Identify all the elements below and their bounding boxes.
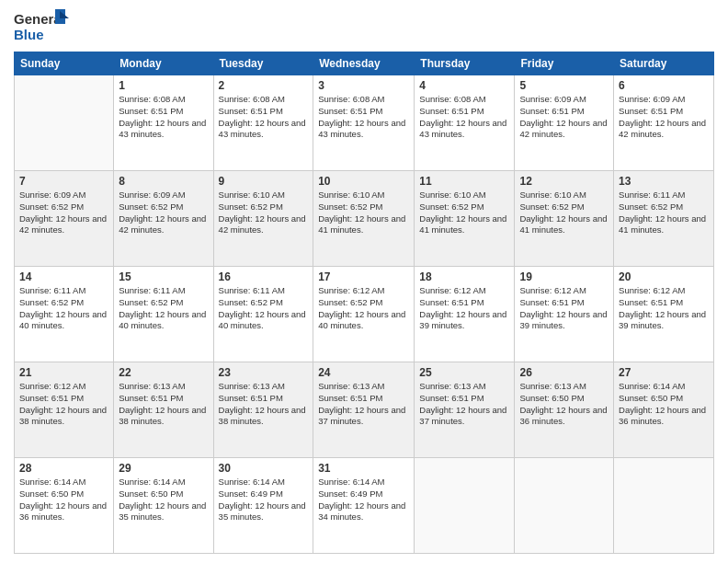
day-number: 19 bbox=[519, 270, 609, 283]
day-info: Sunrise: 6:10 AM Sunset: 6:52 PM Dayligh… bbox=[318, 190, 409, 236]
day-info: Sunrise: 6:09 AM Sunset: 6:52 PM Dayligh… bbox=[119, 190, 208, 236]
calendar-cell: 9Sunrise: 6:10 AM Sunset: 6:52 PM Daylig… bbox=[213, 171, 313, 267]
calendar-cell: 31Sunrise: 6:14 AM Sunset: 6:49 PM Dayli… bbox=[313, 458, 415, 554]
calendar-cell: 29Sunrise: 6:14 AM Sunset: 6:50 PM Dayli… bbox=[114, 458, 213, 554]
day-header-monday: Monday bbox=[114, 52, 213, 75]
day-number: 26 bbox=[519, 366, 609, 379]
calendar-cell: 18Sunrise: 6:12 AM Sunset: 6:51 PM Dayli… bbox=[415, 267, 515, 362]
calendar-cell: 19Sunrise: 6:12 AM Sunset: 6:51 PM Dayli… bbox=[515, 267, 614, 362]
day-info: Sunrise: 6:09 AM Sunset: 6:51 PM Dayligh… bbox=[519, 94, 609, 141]
day-info: Sunrise: 6:14 AM Sunset: 6:49 PM Dayligh… bbox=[219, 477, 309, 523]
day-number: 11 bbox=[419, 175, 509, 188]
calendar-cell bbox=[415, 458, 515, 554]
day-info: Sunrise: 6:13 AM Sunset: 6:50 PM Dayligh… bbox=[519, 381, 609, 428]
page: GeneralBlue SundayMondayTuesdayWednesday… bbox=[0, 0, 728, 563]
calendar-cell bbox=[515, 458, 614, 554]
day-info: Sunrise: 6:14 AM Sunset: 6:50 PM Dayligh… bbox=[19, 477, 108, 523]
day-header-sunday: Sunday bbox=[15, 52, 114, 75]
calendar-cell: 27Sunrise: 6:14 AM Sunset: 6:50 PM Dayli… bbox=[614, 362, 714, 458]
calendar-cell: 28Sunrise: 6:14 AM Sunset: 6:50 PM Dayli… bbox=[15, 458, 114, 554]
logo: GeneralBlue bbox=[14, 9, 69, 44]
calendar-cell bbox=[15, 75, 114, 171]
calendar: SundayMondayTuesdayWednesdayThursdayFrid… bbox=[14, 52, 714, 554]
day-info: Sunrise: 6:11 AM Sunset: 6:52 PM Dayligh… bbox=[119, 285, 208, 332]
day-number: 21 bbox=[19, 366, 108, 379]
calendar-cell: 15Sunrise: 6:11 AM Sunset: 6:52 PM Dayli… bbox=[114, 267, 213, 362]
day-number: 8 bbox=[119, 175, 208, 188]
day-info: Sunrise: 6:13 AM Sunset: 6:51 PM Dayligh… bbox=[119, 381, 208, 428]
day-number: 27 bbox=[619, 366, 709, 379]
day-info: Sunrise: 6:08 AM Sunset: 6:51 PM Dayligh… bbox=[119, 94, 208, 141]
day-number: 10 bbox=[318, 175, 409, 188]
day-info: Sunrise: 6:08 AM Sunset: 6:51 PM Dayligh… bbox=[419, 94, 509, 141]
day-number: 2 bbox=[219, 79, 309, 92]
week-row: 21Sunrise: 6:12 AM Sunset: 6:51 PM Dayli… bbox=[15, 362, 714, 458]
day-number: 7 bbox=[19, 175, 108, 188]
day-info: Sunrise: 6:10 AM Sunset: 6:52 PM Dayligh… bbox=[419, 190, 509, 236]
day-number: 24 bbox=[318, 366, 409, 379]
calendar-cell: 1Sunrise: 6:08 AM Sunset: 6:51 PM Daylig… bbox=[114, 75, 213, 171]
day-number: 23 bbox=[219, 366, 309, 379]
header-row: SundayMondayTuesdayWednesdayThursdayFrid… bbox=[15, 52, 714, 75]
day-header-tuesday: Tuesday bbox=[213, 52, 313, 75]
day-header-wednesday: Wednesday bbox=[313, 52, 415, 75]
day-number: 20 bbox=[619, 270, 709, 283]
day-info: Sunrise: 6:11 AM Sunset: 6:52 PM Dayligh… bbox=[19, 285, 108, 332]
calendar-cell: 5Sunrise: 6:09 AM Sunset: 6:51 PM Daylig… bbox=[515, 75, 614, 171]
day-number: 12 bbox=[519, 175, 609, 188]
day-info: Sunrise: 6:11 AM Sunset: 6:52 PM Dayligh… bbox=[219, 285, 309, 332]
day-info: Sunrise: 6:13 AM Sunset: 6:51 PM Dayligh… bbox=[419, 381, 509, 428]
day-info: Sunrise: 6:08 AM Sunset: 6:51 PM Dayligh… bbox=[318, 94, 409, 141]
week-row: 14Sunrise: 6:11 AM Sunset: 6:52 PM Dayli… bbox=[15, 267, 714, 362]
day-number: 1 bbox=[119, 79, 208, 92]
day-info: Sunrise: 6:09 AM Sunset: 6:51 PM Dayligh… bbox=[619, 94, 709, 141]
day-info: Sunrise: 6:12 AM Sunset: 6:51 PM Dayligh… bbox=[519, 285, 609, 332]
day-number: 6 bbox=[619, 79, 709, 92]
day-number: 28 bbox=[19, 462, 108, 475]
calendar-cell: 24Sunrise: 6:13 AM Sunset: 6:51 PM Dayli… bbox=[313, 362, 415, 458]
day-info: Sunrise: 6:14 AM Sunset: 6:50 PM Dayligh… bbox=[619, 381, 709, 428]
day-number: 4 bbox=[419, 79, 509, 92]
day-number: 22 bbox=[119, 366, 208, 379]
svg-text:Blue: Blue bbox=[14, 27, 44, 42]
day-number: 3 bbox=[318, 79, 409, 92]
calendar-cell: 12Sunrise: 6:10 AM Sunset: 6:52 PM Dayli… bbox=[515, 171, 614, 267]
day-header-saturday: Saturday bbox=[614, 52, 714, 75]
day-info: Sunrise: 6:12 AM Sunset: 6:51 PM Dayligh… bbox=[19, 381, 108, 428]
day-number: 18 bbox=[419, 270, 509, 283]
day-number: 13 bbox=[619, 175, 709, 188]
day-number: 14 bbox=[19, 270, 108, 283]
week-row: 1Sunrise: 6:08 AM Sunset: 6:51 PM Daylig… bbox=[15, 75, 714, 171]
day-info: Sunrise: 6:08 AM Sunset: 6:51 PM Dayligh… bbox=[219, 94, 309, 141]
day-info: Sunrise: 6:10 AM Sunset: 6:52 PM Dayligh… bbox=[219, 190, 309, 236]
day-number: 25 bbox=[419, 366, 509, 379]
day-number: 16 bbox=[219, 270, 309, 283]
day-info: Sunrise: 6:13 AM Sunset: 6:51 PM Dayligh… bbox=[219, 381, 309, 428]
calendar-cell: 16Sunrise: 6:11 AM Sunset: 6:52 PM Dayli… bbox=[213, 267, 313, 362]
day-info: Sunrise: 6:12 AM Sunset: 6:52 PM Dayligh… bbox=[318, 285, 409, 332]
day-info: Sunrise: 6:12 AM Sunset: 6:51 PM Dayligh… bbox=[619, 285, 709, 332]
day-header-friday: Friday bbox=[515, 52, 614, 75]
header: GeneralBlue bbox=[14, 9, 714, 44]
calendar-cell: 10Sunrise: 6:10 AM Sunset: 6:52 PM Dayli… bbox=[313, 171, 415, 267]
day-number: 31 bbox=[318, 462, 409, 475]
calendar-cell: 21Sunrise: 6:12 AM Sunset: 6:51 PM Dayli… bbox=[15, 362, 114, 458]
day-header-thursday: Thursday bbox=[415, 52, 515, 75]
day-number: 17 bbox=[318, 270, 409, 283]
calendar-cell: 4Sunrise: 6:08 AM Sunset: 6:51 PM Daylig… bbox=[415, 75, 515, 171]
calendar-cell: 7Sunrise: 6:09 AM Sunset: 6:52 PM Daylig… bbox=[15, 171, 114, 267]
calendar-cell: 2Sunrise: 6:08 AM Sunset: 6:51 PM Daylig… bbox=[213, 75, 313, 171]
day-info: Sunrise: 6:14 AM Sunset: 6:50 PM Dayligh… bbox=[119, 477, 208, 523]
calendar-cell: 14Sunrise: 6:11 AM Sunset: 6:52 PM Dayli… bbox=[15, 267, 114, 362]
day-info: Sunrise: 6:10 AM Sunset: 6:52 PM Dayligh… bbox=[519, 190, 609, 236]
logo-svg: GeneralBlue bbox=[14, 9, 69, 44]
calendar-cell: 26Sunrise: 6:13 AM Sunset: 6:50 PM Dayli… bbox=[515, 362, 614, 458]
week-row: 7Sunrise: 6:09 AM Sunset: 6:52 PM Daylig… bbox=[15, 171, 714, 267]
day-info: Sunrise: 6:13 AM Sunset: 6:51 PM Dayligh… bbox=[318, 381, 409, 428]
day-info: Sunrise: 6:11 AM Sunset: 6:52 PM Dayligh… bbox=[619, 190, 709, 236]
calendar-cell: 3Sunrise: 6:08 AM Sunset: 6:51 PM Daylig… bbox=[313, 75, 415, 171]
day-number: 30 bbox=[219, 462, 309, 475]
day-number: 9 bbox=[219, 175, 309, 188]
calendar-cell: 20Sunrise: 6:12 AM Sunset: 6:51 PM Dayli… bbox=[614, 267, 714, 362]
day-info: Sunrise: 6:09 AM Sunset: 6:52 PM Dayligh… bbox=[19, 190, 108, 236]
